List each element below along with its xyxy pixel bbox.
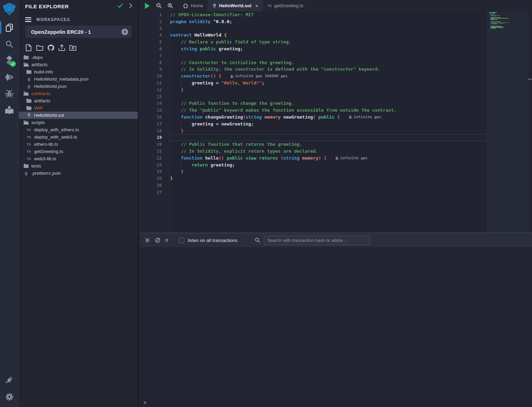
line-number: 10: [140, 73, 170, 80]
code-line-25[interactable]: }: [170, 175, 487, 182]
tree-item-artifacts[interactable]: artifacts: [19, 97, 138, 104]
code-line-1[interactable]: // SPDX-License-Identifier: MIT: [170, 11, 487, 18]
tree-item-deploy_with_ethers.ts[interactable]: TSdeploy_with_ethers.ts: [19, 126, 138, 133]
code-line-18[interactable]: }: [170, 128, 487, 134]
tab-Home[interactable]: Home: [178, 0, 208, 11]
code-line-5[interactable]: // Declare a public field of type string…: [170, 39, 487, 45]
tree-item-build-info[interactable]: build-info: [19, 68, 138, 75]
listen-transactions-checkbox[interactable]: [179, 238, 184, 243]
search-icon[interactable]: [0, 36, 19, 52]
run-script-button[interactable]: [143, 2, 152, 10]
tab-bar: HomeHelloWorld.sol×TSgetGreeting.ts: [140, 0, 532, 11]
tree-item-HelloWorld.json[interactable]: {}HelloWorld.json: [19, 83, 138, 90]
line-number: 1: [140, 11, 170, 18]
indent-guide: [181, 121, 181, 128]
code-line-11[interactable]: greeting = "Hello, World!";: [170, 80, 487, 87]
code-line-12[interactable]: }: [170, 87, 487, 93]
code-line-24[interactable]: }: [170, 168, 487, 175]
terminal-collapse-icon[interactable]: [143, 236, 152, 244]
workspace-sort-icon: [122, 29, 128, 35]
tree-item-HelloWorld.sol[interactable]: HelloWorld.sol: [19, 112, 138, 119]
code-line-22[interactable]: function hello() public view returns (st…: [170, 155, 487, 162]
clear-console-icon[interactable]: [154, 236, 162, 244]
line-number: 26: [140, 182, 170, 189]
tab-HelloWorld.sol[interactable]: HelloWorld.sol×: [208, 0, 263, 11]
line-number: 12: [140, 87, 170, 93]
code-line-19[interactable]: [170, 134, 487, 141]
github-icon[interactable]: [46, 43, 55, 52]
line-number: 15: [140, 107, 170, 114]
learn-icon[interactable]: [0, 102, 19, 119]
file-explorer-icon[interactable]: [0, 19, 19, 36]
accept-check-icon[interactable]: [117, 3, 123, 9]
tab-label: getGreeting.ts: [274, 3, 303, 8]
indent-guide: [181, 80, 181, 87]
workspaces-menu-icon[interactable]: [25, 17, 31, 22]
code-line-13[interactable]: [170, 93, 487, 100]
tree-item-label: WIP: [34, 105, 43, 111]
new-file-icon[interactable]: [24, 43, 33, 52]
line-number: 22: [140, 155, 170, 162]
tree-item-.prettierrc.json[interactable]: {}.prettierrc.json: [19, 170, 138, 177]
tree-item-contracts[interactable]: contracts: [19, 90, 138, 97]
panel-collapse-chevron-icon[interactable]: [129, 3, 132, 10]
workspace-select[interactable]: OpenZeppelin ERC20 - 1: [25, 26, 132, 38]
tree-item-label: deploy_with_web3.ts: [34, 134, 77, 140]
debugger-icon[interactable]: [0, 85, 19, 102]
plugin-manager-icon[interactable]: [0, 372, 19, 388]
tree-item-scripts[interactable]: scripts: [19, 119, 138, 126]
code-line-15[interactable]: // The "public" keyword makes the functi…: [170, 107, 487, 114]
code-line-8[interactable]: // Constructor to initialize the greetin…: [170, 59, 487, 66]
solidity-compiler-icon[interactable]: [0, 52, 19, 69]
tree-item-web3-lib.ts[interactable]: TSweb3-lib.ts: [19, 155, 138, 162]
code-line-10[interactable]: constructor() {infinite gas 368600 gas: [170, 73, 487, 80]
tree-item-artifacts[interactable]: artifacts: [19, 61, 138, 68]
folder-open-icon: [23, 91, 29, 96]
tab-getGreeting.ts[interactable]: TSgetGreeting.ts: [263, 0, 308, 11]
code-line-4[interactable]: contract HelloWorld {: [170, 32, 487, 39]
code-line-6[interactable]: string public greeting;: [170, 45, 487, 52]
tab-label: HelloWorld.sol: [219, 3, 251, 8]
zoom-in-icon[interactable]: [166, 2, 174, 10]
remix-logo[interactable]: [0, 0, 19, 19]
line-number: 19: [140, 134, 170, 141]
code-line-7[interactable]: [170, 52, 487, 59]
deploy-run-icon[interactable]: [0, 69, 19, 85]
upload-folder-icon[interactable]: [69, 43, 77, 52]
code-line-16[interactable]: function changeGreeting(string memory ne…: [170, 114, 487, 121]
tab-close-icon[interactable]: ×: [255, 3, 258, 9]
tree-item-.deps[interactable]: .deps: [19, 54, 138, 61]
tree-item-WIP[interactable]: WIP: [19, 104, 138, 112]
code-line-9[interactable]: // In Solidity, the constructor is defin…: [170, 66, 487, 73]
code-line-2[interactable]: pragma solidity ^0.8.0;: [170, 18, 487, 25]
code-line-14[interactable]: // Public function to change the greetin…: [170, 100, 487, 107]
editor-scrollbar[interactable]: [528, 11, 532, 233]
sol-icon: [212, 3, 217, 8]
code-line-23[interactable]: return greeting;: [170, 162, 487, 169]
code-line-17[interactable]: greeting = newGreeting;: [170, 121, 487, 128]
tree-item-ethers-lib.ts[interactable]: TSethers-lib.ts: [19, 141, 138, 148]
minimap[interactable]: [487, 11, 528, 233]
upload-file-icon[interactable]: [58, 43, 66, 52]
tree-item-tests[interactable]: tests: [19, 162, 138, 170]
terminal-output[interactable]: >: [140, 247, 532, 407]
settings-icon[interactable]: [0, 388, 19, 405]
terminal-search-input[interactable]: [264, 236, 370, 245]
code-line-26[interactable]: [170, 182, 487, 189]
tree-item-getGreeting.ts[interactable]: TSgetGreeting.ts: [19, 148, 138, 155]
line-number: 4: [140, 32, 170, 39]
new-folder-icon[interactable]: [35, 43, 44, 52]
code-editor[interactable]: 1234567891011121314151617181920212223242…: [140, 11, 532, 233]
terminal-prompt: >: [144, 400, 146, 405]
line-number: 16: [140, 114, 170, 121]
code-line-20[interactable]: // Public function that returns the gree…: [170, 141, 487, 148]
code-line-3[interactable]: [170, 25, 487, 32]
activity-bar: [0, 0, 19, 407]
tree-item-HelloWorld_metadata.json[interactable]: {}HelloWorld_metadata.json: [19, 75, 138, 83]
listen-transactions-label: listen on all transactions: [188, 238, 238, 243]
zoom-out-icon[interactable]: [155, 2, 163, 10]
tree-item-deploy_with_web3.ts[interactable]: TSdeploy_with_web3.ts: [19, 133, 138, 141]
line-number: 11: [140, 80, 170, 87]
code-line-27[interactable]: [170, 189, 487, 196]
code-line-21[interactable]: // In Solidity, explicit return types ar…: [170, 148, 487, 155]
